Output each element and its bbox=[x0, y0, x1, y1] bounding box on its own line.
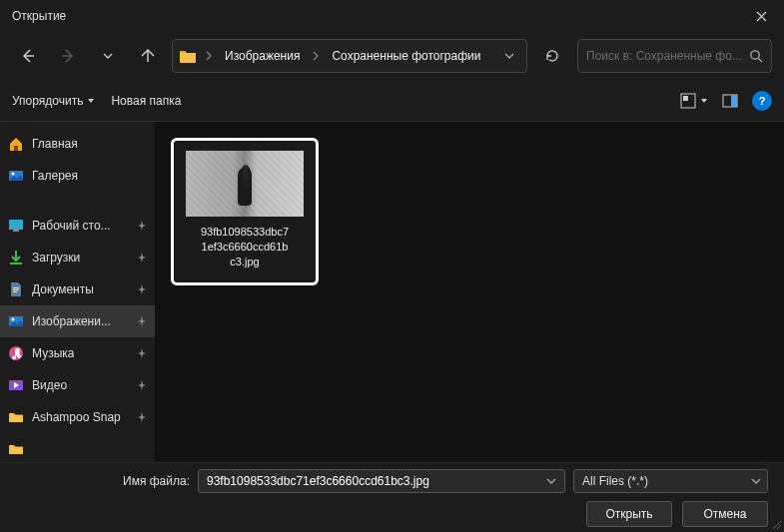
gallery-icon bbox=[8, 168, 24, 184]
svg-rect-2 bbox=[683, 96, 688, 101]
search-box[interactable] bbox=[577, 39, 772, 73]
folder-icon bbox=[179, 48, 197, 64]
breadcrumb-segment-2[interactable]: Сохраненные фотографии bbox=[328, 47, 484, 65]
svg-rect-11 bbox=[13, 289, 19, 290]
search-icon[interactable] bbox=[749, 49, 763, 63]
sidebar-item-label: Музыка bbox=[32, 346, 74, 360]
sidebar-item-label: Главная bbox=[32, 137, 78, 151]
svg-point-7 bbox=[12, 173, 15, 176]
svg-point-14 bbox=[12, 318, 15, 321]
file-type-filter[interactable]: All Files (*.*) bbox=[573, 469, 768, 493]
music-icon bbox=[8, 345, 24, 361]
pin-icon bbox=[137, 412, 147, 422]
pin-icon bbox=[137, 348, 147, 358]
filename-label: Имя файла: bbox=[0, 474, 190, 488]
file-thumbnail bbox=[186, 151, 304, 217]
file-item[interactable]: 93fb1098533dbc7 1ef3c6660ccd61b c3.jpg bbox=[171, 138, 319, 285]
sidebar-item-home[interactable]: Главная bbox=[0, 128, 155, 160]
resize-grip[interactable] bbox=[770, 518, 782, 530]
close-icon bbox=[756, 11, 767, 22]
organize-label: Упорядочить bbox=[12, 94, 83, 108]
svg-rect-5 bbox=[14, 146, 18, 151]
question-icon: ? bbox=[759, 95, 766, 107]
caret-down-icon bbox=[87, 97, 95, 105]
file-open-dialog: Открытие Изображения Сохраненные фотогра… bbox=[0, 0, 784, 532]
pin-icon bbox=[137, 316, 147, 326]
breadcrumb-dropdown[interactable] bbox=[498, 51, 520, 61]
recent-locations-button[interactable] bbox=[92, 40, 124, 72]
titlebar: Открытие bbox=[0, 0, 784, 32]
up-button[interactable] bbox=[132, 40, 164, 72]
pictures-icon bbox=[8, 313, 24, 329]
chevron-down-icon bbox=[751, 476, 761, 486]
filename-combobox[interactable] bbox=[198, 469, 565, 493]
sidebar[interactable]: Главная Галерея Рабочий сто... Загрузки … bbox=[0, 122, 155, 462]
help-button[interactable]: ? bbox=[752, 91, 772, 111]
bottom-bar: Имя файла: All Files (*.*) Открыть Отмен… bbox=[0, 462, 784, 532]
document-icon bbox=[8, 281, 24, 297]
sidebar-item-pictures[interactable]: Изображени... bbox=[0, 305, 155, 337]
filename-input[interactable] bbox=[207, 474, 542, 488]
pin-icon bbox=[137, 221, 147, 231]
svg-point-0 bbox=[751, 51, 759, 59]
chevron-down-icon bbox=[103, 51, 113, 61]
sidebar-item-label: Видео bbox=[32, 378, 67, 392]
back-button[interactable] bbox=[12, 40, 44, 72]
open-button[interactable]: Открыть bbox=[586, 501, 672, 527]
arrow-right-icon bbox=[60, 48, 76, 64]
sidebar-item-label: Ashampoo Snap bbox=[32, 410, 121, 424]
forward-button[interactable] bbox=[52, 40, 84, 72]
sidebar-item-label: Рабочий сто... bbox=[32, 219, 111, 233]
home-icon bbox=[8, 136, 24, 152]
filter-label: All Files (*.*) bbox=[582, 474, 648, 488]
svg-rect-12 bbox=[13, 291, 17, 292]
view-menu[interactable] bbox=[680, 93, 708, 109]
sidebar-item-label: Загрузки bbox=[32, 251, 80, 265]
desktop-icon bbox=[8, 218, 24, 234]
svg-rect-9 bbox=[13, 230, 19, 232]
arrow-up-icon bbox=[140, 48, 156, 64]
sidebar-item-videos[interactable]: Видео bbox=[0, 369, 155, 401]
main-area: Главная Галерея Рабочий сто... Загрузки … bbox=[0, 122, 784, 462]
sidebar-item-label: Галерея bbox=[32, 169, 78, 183]
sidebar-item-more[interactable] bbox=[0, 433, 155, 462]
folder-icon bbox=[8, 409, 24, 425]
sidebar-item-ashampoo[interactable]: Ashampoo Snap bbox=[0, 401, 155, 433]
sidebar-item-label: Изображени... bbox=[32, 314, 111, 328]
navigation-row: Изображения Сохраненные фотографии bbox=[0, 32, 784, 80]
video-icon bbox=[8, 377, 24, 393]
pin-icon bbox=[137, 253, 147, 263]
chevron-down-icon[interactable] bbox=[542, 476, 560, 486]
arrow-left-icon bbox=[20, 48, 36, 64]
sidebar-item-desktop[interactable]: Рабочий сто... bbox=[0, 210, 155, 242]
refresh-icon bbox=[544, 48, 560, 64]
chevron-right-icon[interactable] bbox=[310, 51, 322, 61]
sidebar-item-label: Документы bbox=[32, 282, 94, 296]
svg-rect-8 bbox=[9, 220, 23, 230]
window-title: Открытие bbox=[12, 9, 66, 23]
panel-icon bbox=[722, 93, 738, 109]
svg-rect-10 bbox=[13, 287, 19, 288]
sidebar-item-downloads[interactable]: Загрузки bbox=[0, 242, 155, 273]
svg-rect-4 bbox=[731, 95, 737, 107]
file-name: 93fb1098533dbc7 1ef3c6660ccd61b c3.jpg bbox=[201, 225, 289, 269]
preview-pane-button[interactable] bbox=[718, 89, 742, 113]
download-icon bbox=[8, 250, 24, 266]
breadcrumb-segment-1[interactable]: Изображения bbox=[221, 47, 304, 65]
breadcrumb[interactable]: Изображения Сохраненные фотографии bbox=[172, 39, 527, 73]
folder-icon bbox=[8, 441, 24, 457]
file-list[interactable]: 93fb1098533dbc7 1ef3c6660ccd61b c3.jpg bbox=[155, 122, 784, 462]
sidebar-item-gallery[interactable]: Галерея bbox=[0, 160, 155, 192]
cancel-button[interactable]: Отмена bbox=[682, 501, 768, 527]
close-button[interactable] bbox=[738, 0, 784, 32]
caret-down-icon bbox=[700, 97, 708, 105]
pin-icon bbox=[137, 284, 147, 294]
pin-icon bbox=[137, 380, 147, 390]
chevron-right-icon[interactable] bbox=[203, 51, 215, 61]
search-input[interactable] bbox=[586, 49, 743, 63]
refresh-button[interactable] bbox=[535, 39, 569, 73]
sidebar-item-documents[interactable]: Документы bbox=[0, 273, 155, 305]
organize-menu[interactable]: Упорядочить bbox=[12, 94, 95, 108]
sidebar-item-music[interactable]: Музыка bbox=[0, 337, 155, 369]
new-folder-button[interactable]: Новая папка bbox=[111, 94, 181, 108]
